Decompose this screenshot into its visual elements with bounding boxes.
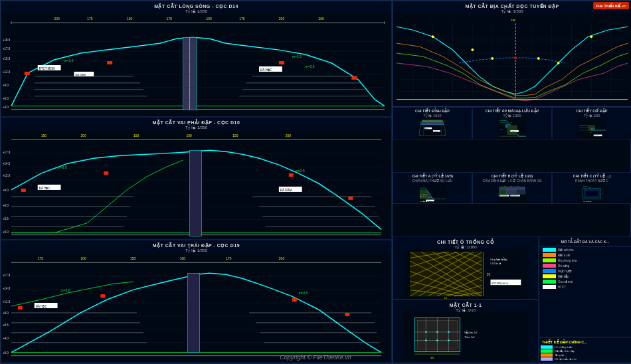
svg-point-158 (432, 35, 434, 38)
svg-rect-188 (591, 128, 594, 130)
svg-text:175: 175 (87, 17, 93, 21)
svg-rect-204 (499, 189, 507, 194)
svg-text:BTCT M200 đá 1x2: BTCT M200 đá 1x2 (492, 282, 509, 285)
thiet-ke-item-1: Lõi chống thấm (541, 345, 630, 349)
svg-text:m=2.5: m=2.5 (296, 169, 305, 173)
svg-point-162 (537, 57, 540, 60)
thiet-ke-item-2: Đất đắp thân đập (541, 349, 630, 353)
legend-item-5: Mực nước (541, 268, 630, 274)
svg-text:+17.0: +17.0 (3, 47, 11, 50)
bottom-right: CHI TIẾT Ô TRỒNG CỎ Tỷ lệ: 1/100 (393, 236, 631, 363)
svg-point-262 (448, 331, 450, 333)
svg-rect-44 (107, 61, 112, 64)
thiet-ke-color-4 (541, 357, 553, 361)
svg-text:m=2.5: m=2.5 (500, 130, 503, 130)
legend-item-3: Đá phong hóa (541, 258, 630, 263)
svg-text:100: 100 (206, 17, 212, 21)
section-bot-left: MẶT CẮT VAI TRÁI ĐẬP - CỌC D19 Tỷ lệ: 1/… (1, 240, 392, 363)
thiet-ke-color-1 (541, 345, 553, 349)
legend-label-7: Gia cố mái (558, 280, 573, 284)
svg-rect-181 (507, 126, 517, 135)
section-detail-b: CHI TIẾT B (TỶ LỆ 1/20) GÂM ĐỈNH ĐẬP + C… (472, 172, 552, 205)
scale-top-left: Tỷ lệ: 1/250 (1, 9, 391, 13)
svg-text:100: 100 (180, 257, 186, 260)
section-top-right: MẶT CẮT ĐỊA CHẤT DỌC TUYẾN ĐẬP Tỷ lệ: 1/… (393, 1, 631, 107)
svg-point-261 (436, 331, 438, 333)
section-detail-dinh-dap: CHI TIẾT ĐỈNH ĐẬP Tỷ lệ: 1/100 (393, 107, 472, 139)
svg-text:30: 30 (602, 193, 603, 194)
legend-color-4 (543, 264, 556, 268)
section-detail-co-dap: CHI TIẾT CƠ ĐẬP Tỷ lệ: 1/50 (552, 107, 631, 139)
svg-point-160 (491, 57, 494, 60)
scale-detail-2: Tỷ lệ: 1/100 (473, 114, 551, 118)
svg-text:m=2.5: m=2.5 (306, 65, 315, 68)
svg-point-159 (471, 48, 474, 51)
svg-text:+14.0: +14.0 (3, 287, 11, 290)
legend-item-1: Đất sét pha (541, 247, 630, 252)
svg-text:m=3.0: m=3.0 (61, 289, 70, 292)
svg-text:200: 200 (80, 134, 86, 137)
svg-mid-left: 150 200 150 100 150 200 (1, 130, 391, 239)
svg-point-263 (425, 339, 427, 341)
svg-text:+9.0: +9.0 (3, 312, 9, 315)
svg-rect-206 (516, 189, 525, 194)
canvas-mid-left: 150 200 150 100 150 200 (1, 130, 391, 239)
legend-label-1: Đất sét pha (558, 248, 574, 252)
svg-text:Thêm 1x2: Thêm 1x2 (464, 336, 474, 339)
legend-item-6: Đất đắp (541, 274, 630, 279)
legend-label-6: Đất đắp (558, 275, 569, 278)
scale-bot-left: Tỷ lệ: 1/250 (1, 248, 391, 252)
svg-text:m=3.0: m=3.0 (64, 59, 74, 62)
svg-text:+15.0: +15.0 (3, 57, 11, 60)
svg-top-right: +18 +15 +12 +9 +6 +3 TIM (393, 13, 631, 106)
thiet-ke-item-3: Tầng lọc (541, 353, 630, 357)
svg-text:m=3.0: m=3.0 (58, 166, 67, 169)
canvas-bot-left: 175 200 150 100 175 200 (1, 252, 391, 362)
svg-text:+11.5: +11.5 (3, 300, 11, 304)
svg-detail-1: 6.0 ĐÁ DĂM BTCT M200 (393, 118, 472, 139)
title-detail-a: CHI TIẾT A (TỶ LỆ 1/23) (393, 173, 472, 179)
mid-right-row1: CHI TIẾT ĐỈNH ĐẬP Tỷ lệ: 1/100 (393, 107, 631, 172)
section-detail-a: CHI TIẾT A (TỶ LỆ 1/23) CHÂN MÁI THƯỢNG … (393, 172, 472, 205)
svg-text:3.0: 3.0 (590, 132, 591, 133)
svg-rect-166 (421, 122, 444, 124)
scale-mid-left: Tỷ lệ: 1/250 (1, 125, 391, 130)
svg-text:150: 150 (41, 134, 47, 137)
section-grass-detail: CHI TIẾT Ô TRỒNG CỎ Tỷ lệ: 1/100 (393, 236, 539, 300)
svg-text:ĐÁ DĂM: ĐÁ DĂM (280, 188, 292, 192)
svg-text:200: 200 (286, 134, 292, 137)
svg-text:+0.0: +0.0 (3, 230, 9, 234)
thiet-ke-label-3: Tầng lọc (555, 353, 565, 357)
svg-rect-203 (499, 187, 525, 189)
layout: MẶT CẮT LÒNG SÔNG - CỌC D14 Tỷ lệ: 1/250… (1, 1, 630, 363)
main-container: File Thiết Kế.vn MẶT CẮT LÒNG SÔNG - CỌC… (0, 0, 631, 364)
svg-text:+12.0: +12.0 (3, 174, 11, 177)
right-panel: MẶT CẮT ĐỊA CHẤT DỌC TUYẾN ĐẬP Tỷ lệ: 1/… (393, 1, 631, 363)
title-detail-2: CHI TIẾT ÁP MÁI HẠ LƯU ĐẬP (473, 108, 551, 114)
grass-mat-cat-container: CHI TIẾT Ô TRỒNG CỎ Tỷ lệ: 1/100 (393, 236, 539, 363)
legend-section: MÔ TẢ ĐẤT ĐÁ VÀ CÁC K... Đất sét pha Đất… (539, 236, 631, 363)
mid-right-container: CHI TIẾT ĐỈNH ĐẬP Tỷ lệ: 1/100 (393, 107, 631, 236)
svg-text:200: 200 (279, 17, 285, 21)
logo-badge: File Thiết Kế.vn (593, 2, 629, 9)
svg-point-260 (425, 331, 427, 333)
svg-text:+4.0: +4.0 (3, 337, 9, 340)
svg-grass: 20 20 Hàng được đổ đầy 0.5-0.8m từ BTCT … (393, 249, 538, 299)
svg-text:+12.0: +12.0 (3, 70, 11, 74)
legend-color-7 (543, 280, 556, 284)
thiet-ke-label-4: Đá hộc bảo vệ mái (555, 357, 577, 361)
legend-item-2: Đất á sét (541, 252, 630, 258)
svg-text:ĐÁ HỘC: ĐÁ HỘC (36, 304, 48, 308)
svg-rect-217 (585, 190, 598, 196)
svg-text:+6.5: +6.5 (3, 323, 9, 327)
canvas-top-right: +18 +15 +12 +9 +6 +3 TIM (393, 13, 631, 106)
logo-domain: .vn (620, 4, 626, 8)
title-detail-b: CHI TIẾT B (TỶ LỆ 1/20) (473, 173, 551, 179)
svg-text:+14.5: +14.5 (3, 162, 11, 165)
canvas-top-left: 200 175 150 175 100 175 200 200 (1, 13, 391, 116)
legend-label-8: BTCT (558, 286, 566, 289)
thiet-ke-color-2 (541, 349, 553, 353)
section-top-left: MẶT CẮT LÒNG SÔNG - CỌC D14 Tỷ lệ: 1/250… (1, 1, 392, 117)
thiet-ke-label-1: Lõi chống thấm (555, 345, 573, 349)
legend-label-2: Đất á sét (558, 254, 571, 257)
